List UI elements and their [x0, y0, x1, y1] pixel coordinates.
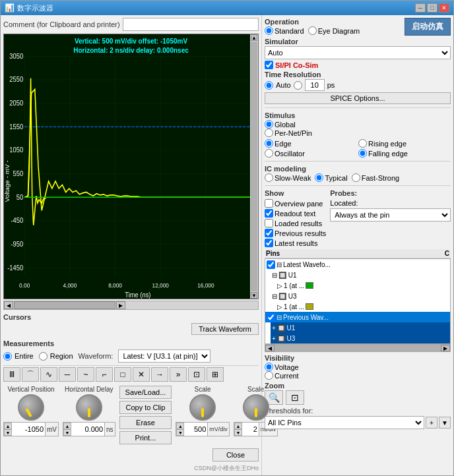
pin-row-previous[interactable]: ⊟ Previous Wav...	[265, 312, 450, 322]
scroll-thumb[interactable]	[14, 301, 115, 309]
loaded-results-checkbox[interactable]	[265, 219, 273, 227]
rising-edge-radio[interactable]	[358, 139, 367, 148]
zoom-fit-button[interactable]: ⊡	[286, 390, 304, 405]
slow-weak-label[interactable]: Slow-Weak	[275, 174, 311, 182]
tool-btn-8[interactable]: →	[151, 367, 168, 382]
global-radio[interactable]	[265, 120, 273, 129]
tool-btn-2[interactable]: ∿	[40, 367, 57, 382]
global-label[interactable]: Global	[275, 121, 296, 129]
per-net-pin-label[interactable]: Per-Net/Pin	[275, 129, 312, 137]
track-waveform-button[interactable]: Track Waveform	[191, 323, 259, 335]
tool-btn-9[interactable]: »	[170, 367, 187, 382]
erase-button[interactable]: Erase	[119, 416, 172, 429]
vertical-down-btn[interactable]: ▼	[4, 429, 12, 436]
fast-strong-label[interactable]: Fast-Strong	[362, 174, 399, 182]
tool-btn-0[interactable]: Ⅲ	[3, 367, 20, 382]
waveform-select[interactable]: Latest: V [U3.1 (at pin)]	[118, 349, 211, 363]
loaded-results-label[interactable]: Loaded results	[275, 220, 322, 227]
latest-results-checkbox[interactable]	[265, 239, 273, 247]
edge-radio[interactable]	[265, 139, 273, 148]
previous-results-label[interactable]: Previous results	[275, 229, 326, 237]
entire-radio[interactable]	[3, 352, 12, 361]
rising-edge-label[interactable]: Rising edge	[368, 140, 406, 148]
pin-row-u1-pin1[interactable]: ▷ 1 (at ...	[276, 280, 450, 291]
slow-weak-radio[interactable]	[265, 173, 273, 182]
current-label[interactable]: Current	[275, 372, 299, 380]
region-label[interactable]: Region	[50, 352, 73, 360]
tool-btn-3[interactable]: ─	[59, 367, 76, 382]
close-button[interactable]: Close	[212, 448, 259, 461]
pins-panel[interactable]: ⊟ Latest Wavefo... ⊟ 🔲 U1 ▷ 1 (at ...	[265, 258, 451, 344]
horizontal-scale-knob[interactable]	[243, 394, 269, 421]
start-simulation-button[interactable]: 启动仿真	[405, 18, 451, 36]
previous-waveform-checkbox[interactable]	[267, 313, 275, 322]
located-select[interactable]: Always at the pin	[330, 208, 451, 222]
readout-text-label[interactable]: Readout text	[275, 210, 315, 218]
hscale-input[interactable]	[242, 423, 259, 436]
vscale-input[interactable]	[184, 423, 207, 436]
typical-radio[interactable]	[315, 173, 323, 182]
comment-input[interactable]	[123, 18, 259, 31]
per-net-pin-radio[interactable]	[265, 129, 273, 137]
previous-results-checkbox[interactable]	[265, 229, 273, 237]
typical-label[interactable]: Typical	[325, 174, 347, 182]
pins-scroll-thumb[interactable]	[275, 345, 441, 351]
minimize-button[interactable]: ─	[415, 3, 426, 13]
pin-row-prev-u1[interactable]: + 🔲 U1	[271, 322, 450, 333]
tool-btn-6[interactable]: □	[114, 367, 131, 382]
vertical-up-btn[interactable]: ▲	[4, 423, 12, 429]
tr-value-input[interactable]	[305, 79, 325, 91]
vertical-scale-knob[interactable]	[189, 394, 216, 421]
tool-btn-1[interactable]: ⌒	[22, 367, 39, 382]
tr-auto-radio[interactable]	[265, 81, 273, 90]
threshold-select[interactable]: All IC Pins	[265, 416, 424, 429]
horizontal-down-btn[interactable]: ▼	[63, 429, 71, 436]
vertical-scrollbar[interactable]: ▲ ▼	[250, 34, 258, 299]
vscale-down-btn[interactable]: ▼	[176, 429, 184, 436]
tool-btn-10[interactable]: ⊡	[188, 367, 205, 382]
si-pi-cosim-checkbox[interactable]	[265, 61, 273, 69]
maximize-button[interactable]: □	[427, 3, 438, 13]
pins-scroll-right[interactable]: ▶	[441, 345, 450, 351]
overview-pane-label[interactable]: Overview pane	[275, 200, 323, 208]
save-load-button[interactable]: Save/Load...	[119, 386, 172, 399]
pin-row-latest[interactable]: ⊟ Latest Wavefo...	[265, 259, 450, 270]
horizontal-value-input[interactable]	[71, 423, 104, 436]
spice-options-button[interactable]: SPICE Options...	[265, 92, 451, 104]
falling-edge-label[interactable]: Falling edge	[368, 150, 408, 158]
threshold-down-btn[interactable]: ▼	[439, 417, 451, 429]
print-button[interactable]: Print...	[119, 431, 172, 444]
tool-btn-4[interactable]: ~	[77, 367, 94, 382]
hscale-up-btn[interactable]: ▲	[234, 423, 242, 429]
threshold-plus-btn[interactable]: +	[426, 417, 438, 429]
close-window-button[interactable]: ✕	[439, 3, 449, 13]
eye-diagram-radio[interactable]	[308, 26, 317, 35]
pins-scroll-left[interactable]: ◀	[265, 345, 275, 351]
latest-waveform-checkbox[interactable]	[267, 260, 275, 269]
vertical-value-input[interactable]	[12, 423, 45, 436]
scroll-right-btn[interactable]: ▶	[116, 301, 125, 309]
hscale-down-btn[interactable]: ▼	[234, 429, 242, 436]
copy-to-clip-button[interactable]: Copy to Clip	[119, 401, 172, 414]
tool-btn-7[interactable]: ✕	[133, 367, 150, 382]
oscillator-radio[interactable]	[265, 149, 273, 158]
readout-text-checkbox[interactable]	[265, 209, 273, 218]
horizontal-delay-knob[interactable]	[76, 394, 102, 421]
region-radio[interactable]	[39, 352, 48, 361]
oscillator-label[interactable]: Oscillator	[275, 150, 305, 158]
edge-label[interactable]: Edge	[275, 140, 292, 148]
falling-edge-radio[interactable]	[358, 149, 367, 158]
voltage-radio[interactable]	[265, 363, 273, 371]
horizontal-up-btn[interactable]: ▲	[63, 423, 71, 429]
voltage-label[interactable]: Voltage	[275, 363, 299, 371]
latest-results-label[interactable]: Latest results	[275, 239, 317, 247]
fast-strong-radio[interactable]	[352, 173, 360, 182]
pins-scrollbar[interactable]: ◀ ▶	[265, 344, 451, 352]
tool-btn-5[interactable]: ⌐	[96, 367, 113, 382]
pin-row-u3-pin1[interactable]: ▷ 1 (at ...	[276, 301, 450, 312]
vscale-up-btn[interactable]: ▲	[176, 423, 184, 429]
vertical-position-knob[interactable]	[18, 394, 44, 421]
tool-btn-11[interactable]: ⊞	[207, 367, 224, 382]
horizontal-scrollbar[interactable]: ◀ ▶	[3, 301, 259, 310]
current-radio[interactable]	[265, 371, 273, 380]
